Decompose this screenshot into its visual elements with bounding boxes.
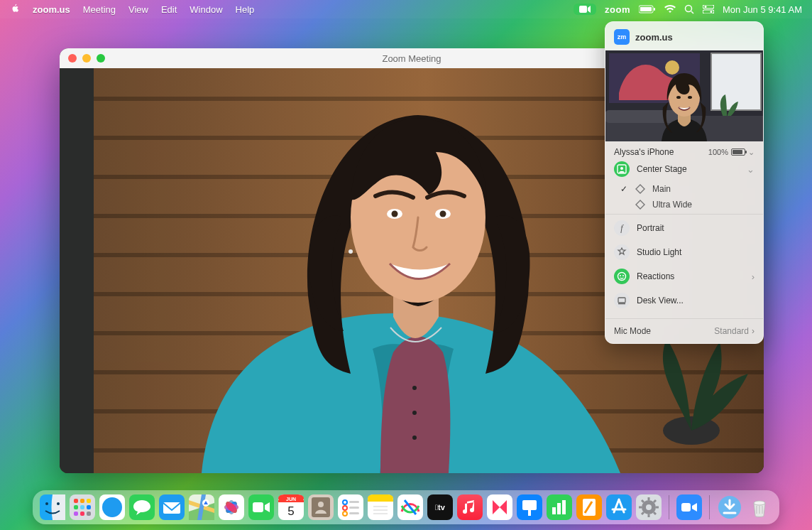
dock-mail[interactable] xyxy=(159,494,185,520)
apple-menu[interactable] xyxy=(10,4,20,16)
svg-rect-6 xyxy=(703,5,714,9)
dock-launchpad[interactable] xyxy=(70,494,95,520)
svg-text:5: 5 xyxy=(287,504,294,518)
portrait-row[interactable]: f Portrait xyxy=(614,216,755,240)
dock-safari[interactable] xyxy=(99,494,125,520)
dock-messages[interactable] xyxy=(129,494,155,520)
battery-icon xyxy=(731,148,745,156)
dock-settings[interactable] xyxy=(636,494,662,520)
portrait-icon: f xyxy=(614,220,630,236)
svg-rect-70 xyxy=(163,502,180,514)
spotlight-icon[interactable] xyxy=(684,4,694,14)
app-menu-name[interactable]: zoom.us xyxy=(33,4,70,15)
chevron-down-icon[interactable]: ⌄ xyxy=(748,148,755,157)
mic-mode-label: Mic Mode xyxy=(614,326,651,336)
chevron-down-icon[interactable]: ⌄ xyxy=(747,164,755,175)
window-title: Zoom Meeting xyxy=(382,53,441,64)
dock-zoom[interactable] xyxy=(676,494,702,520)
svg-text:JUN: JUN xyxy=(286,497,296,502)
reactions-label: Reactions xyxy=(637,271,745,281)
traffic-lights xyxy=(68,54,105,63)
dock-downloads[interactable] xyxy=(717,494,742,520)
wifi-status-icon[interactable] xyxy=(664,5,676,13)
menubar: zoom.us Meeting View Edit Window Help zo… xyxy=(0,0,812,18)
dock-facetime[interactable] xyxy=(248,494,274,520)
svg-point-122 xyxy=(646,504,652,510)
svg-point-43 xyxy=(688,96,692,99)
svg-point-52 xyxy=(45,502,48,505)
svg-point-7 xyxy=(704,6,706,8)
svg-rect-132 xyxy=(681,503,691,512)
dock-tv[interactable]: tv xyxy=(427,494,453,520)
svg-rect-22 xyxy=(60,68,94,473)
svg-rect-0 xyxy=(579,6,587,13)
dock-calendar[interactable]: JUN5 xyxy=(278,494,304,520)
camera-option-main[interactable]: ✓ Main xyxy=(620,181,755,197)
menu-help[interactable]: Help xyxy=(236,4,255,15)
dock-maps[interactable] xyxy=(189,494,214,520)
dock-trash[interactable] xyxy=(747,494,772,520)
menubar-clock[interactable]: Mon Jun 5 9:41 AM xyxy=(723,4,802,15)
battery-status-icon[interactable] xyxy=(639,5,656,13)
desk-view-label: Desk View... xyxy=(637,296,755,305)
chevron-right-icon: › xyxy=(752,271,755,282)
svg-point-48 xyxy=(622,275,624,276)
desk-view-icon xyxy=(614,293,630,308)
svg-rect-58 xyxy=(74,505,78,509)
mic-mode-value: Standard xyxy=(714,326,749,336)
svg-point-32 xyxy=(349,249,353,254)
dock-contacts[interactable] xyxy=(308,494,334,520)
center-stage-row[interactable]: Center Stage ⌄ xyxy=(614,157,755,181)
menu-meeting[interactable]: Meeting xyxy=(83,4,116,15)
diamond-icon xyxy=(635,184,645,194)
status-zoom-label[interactable]: zoom xyxy=(605,4,630,15)
svg-point-46 xyxy=(618,273,626,281)
svg-point-24 xyxy=(412,386,417,390)
dock-numbers[interactable] xyxy=(547,494,572,520)
dock-reminders[interactable] xyxy=(338,494,363,520)
reactions-icon xyxy=(614,269,630,284)
video-effects-panel: zm zoom.us xyxy=(605,21,764,344)
menu-view[interactable]: View xyxy=(128,4,148,15)
svg-point-42 xyxy=(676,96,681,99)
control-center-icon[interactable] xyxy=(703,5,714,13)
mic-mode-row[interactable]: Mic Mode Standard › xyxy=(605,318,763,343)
desk-view-row[interactable]: Desk View... xyxy=(614,288,755,313)
close-button[interactable] xyxy=(68,54,77,63)
svg-point-135 xyxy=(754,501,765,505)
dock-news[interactable] xyxy=(487,494,512,520)
dock-finder[interactable] xyxy=(40,494,65,520)
dock-notes[interactable] xyxy=(368,494,393,520)
zoom-button[interactable] xyxy=(97,54,105,63)
menu-edit[interactable]: Edit xyxy=(161,4,177,15)
check-icon: ✓ xyxy=(620,184,628,194)
svg-point-35 xyxy=(665,60,679,75)
svg-rect-96 xyxy=(349,507,359,509)
dock-keynote[interactable] xyxy=(517,494,542,520)
svg-point-29 xyxy=(392,211,398,217)
chevron-right-icon: › xyxy=(752,326,755,336)
dock-freeform[interactable] xyxy=(397,494,423,520)
reactions-row[interactable]: Reactions › xyxy=(614,264,755,288)
svg-rect-55 xyxy=(74,499,78,503)
dock-photos[interactable] xyxy=(219,494,244,520)
zoom-app-icon: zm xyxy=(614,29,630,45)
svg-rect-62 xyxy=(80,512,84,516)
dock-music[interactable] xyxy=(457,494,483,520)
device-name: Alyssa's iPhone xyxy=(614,147,674,157)
svg-rect-119 xyxy=(606,494,632,520)
svg-line-130 xyxy=(654,500,656,502)
svg-rect-63 xyxy=(87,512,91,516)
menu-window[interactable]: Window xyxy=(190,4,222,15)
svg-point-9 xyxy=(710,11,712,13)
minimize-button[interactable] xyxy=(82,54,91,63)
svg-rect-56 xyxy=(80,499,84,503)
dock-appstore[interactable] xyxy=(606,494,632,520)
camera-status-pill[interactable] xyxy=(574,4,596,15)
camera-option-ultrawide[interactable]: Ultra Wide xyxy=(620,197,755,212)
svg-rect-83 xyxy=(253,502,263,512)
dock-pages[interactable] xyxy=(576,494,602,520)
svg-rect-101 xyxy=(368,499,393,502)
svg-point-45 xyxy=(620,167,623,170)
studio-light-row[interactable]: Studio Light xyxy=(614,240,755,264)
